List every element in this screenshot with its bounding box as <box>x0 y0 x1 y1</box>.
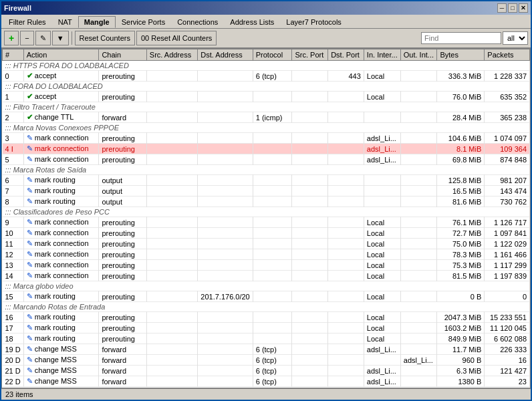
table-row[interactable]: 1 ✔ accept prerouting Local 76.0 MiB 635… <box>3 92 530 102</box>
table-row[interactable]: 13 ✎ mark connection prerouting Local 75… <box>3 260 530 271</box>
table-row[interactable]: ::: Marca Novas Conexoes PPPOE <box>3 123 530 133</box>
row-proto: 6 (tcp) <box>253 366 292 376</box>
menu-item-service-ports[interactable]: Service Ports <box>116 16 171 28</box>
reset-all-counters-button[interactable]: 00 Reset All Counters <box>136 31 217 45</box>
row-dport <box>328 112 364 123</box>
mark-icon: ✎ <box>27 176 33 184</box>
row-in: Local <box>364 291 400 302</box>
row-proto: 1 (icmp) <box>253 112 292 123</box>
change-icon: ✎ <box>27 366 33 374</box>
check-icon: ✔ <box>27 72 33 80</box>
reset-counters-button[interactable]: Reset Counters <box>75 31 135 45</box>
table-row[interactable]: 5 ✎ mark connection prerouting adsl_Li..… <box>3 154 530 165</box>
row-sport <box>292 260 328 271</box>
col-packets[interactable]: Packets <box>485 49 530 61</box>
table-row[interactable]: 11 ✎ mark connection prerouting Local 75… <box>3 239 530 249</box>
row-in: Local <box>364 323 400 333</box>
table-row[interactable]: 7 ✎ mark routing output 16.5 MiB 143 474 <box>3 186 530 196</box>
table-row[interactable]: 15 ✎ mark routing prerouting 201.7.176.0… <box>3 291 530 302</box>
table-row[interactable]: ::: Classificadores de Peso PCC <box>3 207 530 217</box>
col-dst-address[interactable]: Dst. Address <box>198 49 253 61</box>
col-src-address[interactable]: Src. Address <box>146 49 198 61</box>
reset-all-counters-label: 00 Reset All Counters <box>141 34 212 42</box>
row-dport <box>328 376 364 387</box>
col-out-interface[interactable]: Out. Int... <box>400 49 437 61</box>
menu-item-connections[interactable]: Connections <box>171 16 224 28</box>
menu-item-address-lists[interactable]: Address Lists <box>224 16 280 28</box>
table-row[interactable]: ::: Marcando Rotas de Entrada <box>3 302 530 312</box>
add-icon: + <box>9 33 14 43</box>
row-dport <box>328 323 364 333</box>
add-button[interactable]: + <box>4 31 19 45</box>
table-row[interactable]: 10 ✎ mark connection prerouting Local 72… <box>3 228 530 239</box>
row-bytes: 16.5 MiB <box>437 186 485 196</box>
col-chain[interactable]: Chain <box>99 49 146 61</box>
row-action: ✎ mark connection <box>23 144 99 154</box>
table-row[interactable]: ::: Marca globo video <box>3 281 530 291</box>
col-src-port[interactable]: Src. Port <box>292 49 328 61</box>
row-out <box>400 291 437 302</box>
row-packets: 1 228 337 <box>485 71 530 82</box>
change-icon: ✎ <box>27 356 33 364</box>
search-input[interactable] <box>421 32 501 44</box>
table-row[interactable]: 6 ✎ mark routing output 125.8 MiB 981 20… <box>3 175 530 186</box>
col-protocol[interactable]: Protocol <box>253 49 292 61</box>
filter-button[interactable]: ▼ <box>52 31 69 45</box>
table-row[interactable]: 16 ✎ mark routing prerouting Local 2047.… <box>3 312 530 323</box>
table-row[interactable]: ::: Filtro Tracert / Traceroute <box>3 102 530 112</box>
row-sport <box>292 355 328 366</box>
row-proto: 6 (tcp) <box>253 71 292 82</box>
row-id: 10 <box>3 228 24 239</box>
row-bytes: 336.3 MiB <box>437 71 485 82</box>
menu-item-filter-rules[interactable]: Filter Rules <box>3 16 52 28</box>
row-sport <box>292 376 328 387</box>
row-dport <box>328 133 364 144</box>
table-row[interactable]: 17 ✎ mark routing prerouting Local 1603.… <box>3 323 530 333</box>
row-dst <box>198 312 253 323</box>
row-dport <box>328 260 364 271</box>
title-bar: Firewall ─ □ ✕ <box>1 1 531 15</box>
row-bytes: 76.0 MiB <box>437 92 485 102</box>
col-dst-port[interactable]: Dst. Port <box>328 49 364 61</box>
maximize-button[interactable]: □ <box>508 3 517 13</box>
table-row[interactable]: ::: Marca Rotas de Saída <box>3 165 530 175</box>
table-row[interactable]: 18 ✎ mark routing prerouting Local 849.9… <box>3 333 530 344</box>
search-select[interactable]: all <box>503 31 528 45</box>
edit-button[interactable]: ✎ <box>35 31 51 45</box>
row-action: ✎ mark connection <box>23 260 99 271</box>
row-action: ✎ mark connection <box>23 217 99 228</box>
col-bytes[interactable]: Bytes <box>437 49 485 61</box>
row-id: 4 I <box>3 144 24 154</box>
menu-item-mangle[interactable]: Mangle <box>78 16 116 28</box>
row-chain: prerouting <box>99 291 146 302</box>
row-chain: prerouting <box>99 133 146 144</box>
table-row[interactable]: 21 D ✎ change MSS forward 6 (tcp) adsl_L… <box>3 366 530 376</box>
table-row[interactable]: 2 ✔ change TTL forward 1 (icmp) 28.4 MiB… <box>3 112 530 123</box>
row-proto <box>253 260 292 271</box>
table-row[interactable]: 0 ✔ accept prerouting 6 (tcp) 443 Local … <box>3 71 530 82</box>
menu-item-layer7-protocols[interactable]: Layer7 Protocols <box>280 16 348 28</box>
table-row[interactable]: 19 D ✎ change MSS forward 6 (tcp) adsl_L… <box>3 344 530 355</box>
table-row[interactable]: ::: HTTPS FORA DO LOADBALACED <box>3 61 530 71</box>
col-hash[interactable]: # <box>3 49 24 61</box>
table-row[interactable]: 9 ✎ mark connection prerouting Local 76.… <box>3 217 530 228</box>
table-row[interactable]: 14 ✎ mark connection prerouting Local 81… <box>3 271 530 281</box>
close-button[interactable]: ✕ <box>519 3 528 13</box>
table-row[interactable]: 8 ✎ mark routing output 81.6 MiB 730 762 <box>3 196 530 207</box>
row-dst <box>198 376 253 387</box>
col-in-interface[interactable]: In. Inter... <box>364 49 400 61</box>
table-row[interactable]: ::: FORA DO LOADBALACED <box>3 82 530 92</box>
table-row[interactable]: 22 D ✎ change MSS forward 6 (tcp) adsl_L… <box>3 376 530 387</box>
table-row[interactable]: 4 I ✎ mark connection prerouting adsl_Li… <box>3 144 530 154</box>
col-action[interactable]: Action <box>23 49 99 61</box>
table-row[interactable]: 12 ✎ mark connection prerouting Local 78… <box>3 249 530 260</box>
table-row[interactable]: 3 ✎ mark connection prerouting adsl_Li..… <box>3 133 530 144</box>
minimize-button[interactable]: ─ <box>497 3 507 13</box>
remove-button[interactable]: − <box>20 31 33 45</box>
row-sport <box>292 144 328 154</box>
row-out <box>400 175 437 186</box>
menu-item-nat[interactable]: NAT <box>52 16 78 28</box>
row-src <box>146 376 198 387</box>
table-row[interactable]: 20 D ✎ change MSS forward 6 (tcp) adsl_L… <box>3 355 530 366</box>
row-in: adsl_Li... <box>364 144 400 154</box>
